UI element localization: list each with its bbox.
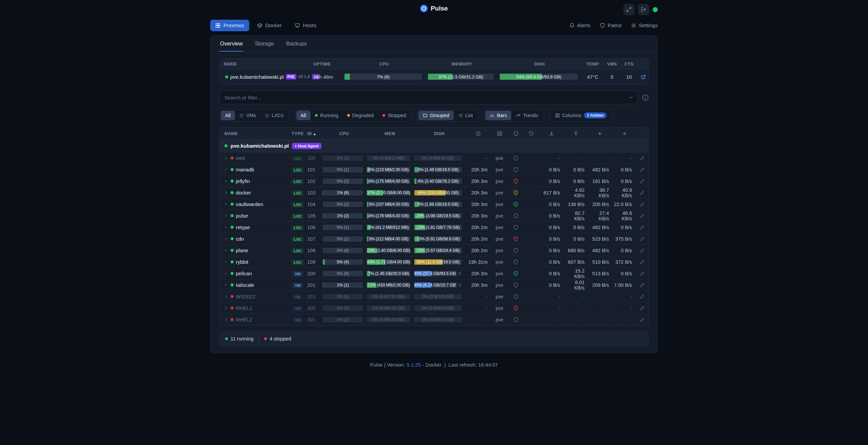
chevron-right-icon[interactable]	[224, 248, 228, 253]
col-tags[interactable]	[524, 131, 539, 136]
table-row[interactable]: WS2022 VM 203 0% (4) 0% (0 B/7.91 GB) 0%…	[220, 291, 648, 302]
chevron-right-icon[interactable]	[224, 225, 228, 229]
nav-tab-hosts[interactable]: Hosts	[290, 20, 321, 31]
logout-button[interactable]	[638, 4, 649, 15]
edit-icon[interactable]	[640, 317, 645, 322]
edit-icon[interactable]	[640, 260, 645, 264]
chevron-right-icon[interactable]	[224, 202, 228, 206]
alert-shield-icon[interactable]	[513, 282, 518, 288]
col-mem[interactable]: MEM	[366, 131, 414, 136]
tab-overview[interactable]: Overview	[219, 36, 243, 52]
table-row[interactable]: RHEL1 VM 300 0% (2) 0% (0 B/8.00 GB) 0% …	[220, 302, 648, 314]
table-row[interactable]: docker LXC 103 1% (6) 37% (2.20 GB/6.00 …	[220, 187, 648, 199]
edit-icon[interactable]	[640, 225, 645, 230]
search-input[interactable]	[224, 94, 626, 101]
columns-button[interactable]: Columns 2 hidden	[551, 110, 611, 120]
chevron-right-icon[interactable]	[224, 179, 228, 183]
alert-shield-icon[interactable]	[513, 190, 518, 196]
edit-icon[interactable]	[640, 306, 645, 311]
view-list[interactable]: List	[454, 111, 477, 120]
alert-shield-icon[interactable]	[513, 248, 518, 253]
alert-shield-icon[interactable]	[513, 225, 518, 230]
edit-icon[interactable]	[640, 190, 645, 195]
patrol-link[interactable]: Patrol	[600, 22, 622, 29]
chevron-right-icon[interactable]	[224, 237, 228, 241]
table-row[interactable]: jellyfin LXC 102 0% (2) 4% (175 MB/4.00 …	[220, 175, 648, 187]
chevron-right-icon[interactable]	[224, 260, 228, 264]
table-row[interactable]: pelican VM 200 0% (4) 7% (1.45 GB/20.0 G…	[220, 268, 648, 279]
edit-icon[interactable]	[640, 237, 645, 241]
col-disk[interactable]: DISK	[414, 131, 465, 136]
chevron-right-icon[interactable]	[224, 167, 228, 172]
filter-type-vms[interactable]: VMs	[235, 111, 260, 120]
filter-type-all[interactable]: All	[221, 111, 235, 120]
edit-icon[interactable]	[640, 271, 645, 276]
col-net-in[interactable]	[588, 131, 612, 136]
col-cpu[interactable]: CPU	[322, 131, 366, 136]
col-name[interactable]: NAME	[220, 131, 288, 136]
info-icon[interactable]	[642, 94, 649, 101]
col-disk-write[interactable]	[564, 131, 588, 136]
edit-icon[interactable]	[640, 294, 645, 299]
group-header[interactable]: pve.kubamichalowski.pl + Host Agent	[220, 140, 648, 152]
col-alerts[interactable]	[508, 131, 524, 136]
filter-status-stopped[interactable]: Stopped	[378, 111, 410, 120]
edit-icon[interactable]	[640, 202, 645, 207]
table-row[interactable]: mariadb LXC 101 0% (1) 6% (123 MB/2.00 G…	[220, 164, 648, 175]
filter-type-lxcs[interactable]: LXCs	[260, 111, 288, 120]
table-row[interactable]: rybbit LXC 109 5% (4) 43% (1.71 GB/4.00 …	[220, 256, 648, 268]
chevron-right-icon[interactable]	[224, 306, 228, 310]
alert-shield-icon[interactable]	[513, 202, 518, 207]
filter-status-running[interactable]: Running	[311, 111, 343, 120]
fullscreen-button[interactable]	[624, 4, 634, 15]
edit-icon[interactable]	[640, 214, 645, 218]
nav-tab-proxmox[interactable]: Proxmox	[210, 20, 249, 31]
alert-shield-icon[interactable]	[513, 305, 518, 311]
chevron-right-icon[interactable]	[224, 271, 228, 276]
filter-status-degraded[interactable]: Degraded	[343, 111, 378, 120]
alert-shield-icon[interactable]	[513, 294, 518, 299]
col-id[interactable]: ID▲	[307, 131, 322, 136]
col-uptime[interactable]	[465, 131, 491, 136]
table-row[interactable]: plane LXC 108 0% (4) 23% (1.40 GB/6.00 G…	[220, 245, 648, 256]
alert-shield-icon[interactable]	[513, 213, 518, 219]
chevron-right-icon[interactable]	[224, 317, 228, 322]
alert-shield-icon[interactable]	[513, 179, 518, 184]
chevron-down-icon[interactable]	[628, 95, 634, 100]
col-net-out[interactable]	[612, 131, 635, 136]
edit-icon[interactable]	[640, 248, 645, 253]
chevron-right-icon[interactable]	[224, 283, 228, 287]
tab-storage[interactable]: Storage	[254, 36, 275, 52]
col-node[interactable]	[491, 131, 508, 136]
alert-shield-icon[interactable]	[513, 236, 518, 242]
alert-shield-icon[interactable]	[513, 317, 518, 322]
tab-backups[interactable]: Backups	[285, 36, 308, 52]
alert-shield-icon[interactable]	[513, 271, 518, 276]
display-bars[interactable]: Bars	[485, 111, 511, 120]
table-row[interactable]: tailscale VM 201 1% (1) 21% (433 MB/2.00…	[220, 279, 648, 291]
alert-shield-icon[interactable]	[513, 259, 518, 265]
search-box[interactable]	[219, 91, 638, 104]
chevron-right-icon[interactable]	[224, 214, 228, 218]
chevron-right-icon[interactable]	[224, 156, 228, 160]
col-type[interactable]: TYPE	[288, 131, 307, 136]
display-trends[interactable]: Trends	[511, 111, 542, 120]
settings-link[interactable]: Settings	[631, 22, 658, 29]
version-link[interactable]: 5.1.25	[407, 362, 421, 368]
edit-icon[interactable]	[640, 179, 645, 184]
table-row[interactable]: vaultwarden LXC 104 0% (2) 3% (107 MB/4.…	[220, 199, 648, 210]
alert-shield-icon[interactable]	[513, 155, 518, 161]
table-row[interactable]: RHEL2 VM 301 0% (2) 0% (0 B/8.00 GB) 0% …	[220, 314, 648, 325]
chevron-right-icon[interactable]	[224, 190, 228, 195]
table-row[interactable]: web LXC 100 0% (1) 0% (0 B/512 MB) 0% (0…	[220, 152, 648, 164]
nav-tab-docker[interactable]: Docker	[252, 20, 287, 31]
alert-shield-icon[interactable]	[513, 167, 518, 172]
view-grouped[interactable]: Grouped	[418, 111, 453, 120]
edit-icon[interactable]	[640, 156, 645, 161]
node-row[interactable]: pve.kubamichalowski.pl PVE v9.1.8 +A 19h…	[220, 69, 648, 84]
edit-icon[interactable]	[640, 283, 645, 288]
table-row[interactable]: cdn LXC 107 0% (2) 3% (112 MB/4.00 GB) 1…	[220, 233, 648, 245]
table-row[interactable]: retype LXC 106 0% (1) 8% (41.2 MB/512 MB…	[220, 222, 648, 233]
chevron-right-icon[interactable]	[224, 294, 228, 299]
table-row[interactable]: pulse LXC 105 1% (2) 4% (176 MB/4.00 GB)…	[220, 210, 648, 222]
